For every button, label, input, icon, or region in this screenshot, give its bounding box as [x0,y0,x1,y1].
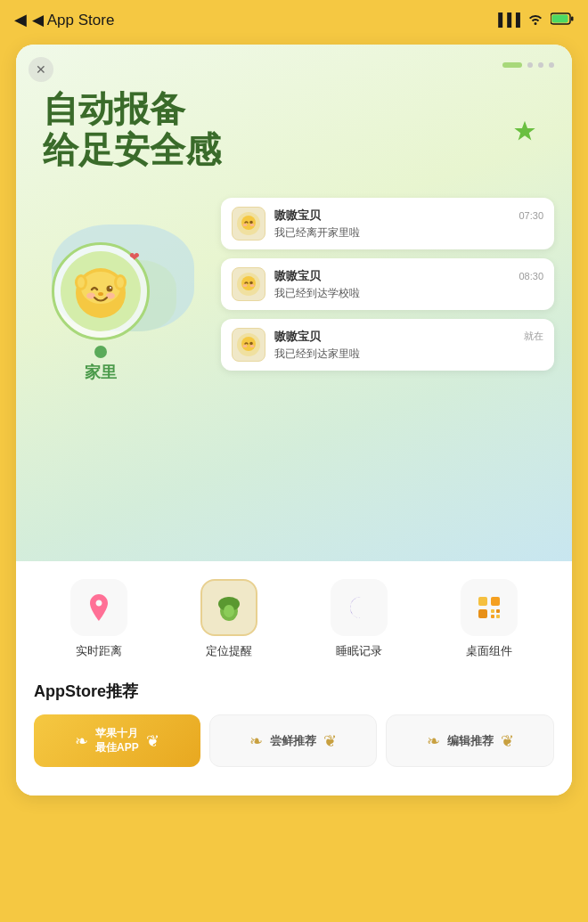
svg-point-5 [81,272,120,304]
svg-point-17 [249,221,253,224]
svg-point-32 [224,605,234,617]
pagination-dot-3 [538,62,543,68]
laurel-right-1: ❦ [323,731,337,751]
svg-rect-38 [491,615,494,618]
feature-icon-sleep [331,579,388,636]
appstore-badges: ❧ 苹果十月 最佳APP ❦ ❧ 尝鲜推荐 ❦ ❧ 编辑推荐 [34,714,554,767]
notif-content-2: 嗷嗷宝贝 08:30 我已经到达学校啦 [274,268,543,301]
svg-point-13 [78,277,85,288]
svg-point-7 [110,287,111,289]
hero-middle: ❤ 家里 嗷嗷宝贝 07:30 [34,189,554,420]
laurel-left-gold: ❧ [75,731,88,751]
svg-rect-2 [571,16,574,20]
notification-cards: 嗷嗷宝贝 07:30 我已经离开家里啦 嗷嗷宝贝 08:30 [221,198,554,371]
notif-time-3: 就在 [524,330,543,343]
sleep-icon [343,592,375,624]
svg-marker-3 [514,121,535,141]
notif-header-1: 嗷嗷宝贝 07:30 [274,208,543,224]
character-svg [65,256,136,327]
laurel-left-1: ❧ [249,731,263,751]
notif-name-1: 嗷嗷宝贝 [274,208,321,224]
notif-name-2: 嗷嗷宝贝 [274,268,321,284]
notif-msg-1: 我已经离开家里啦 [274,225,543,241]
feature-label-location-remind: 定位提醒 [206,643,252,659]
location-remind-icon [213,592,245,624]
close-button[interactable]: ✕ [29,57,53,82]
realtime-icon [83,592,115,624]
feature-icon-desktop [461,579,518,636]
star-decoration [513,119,536,143]
badge-best-app[interactable]: ❧ 苹果十月 最佳APP ❦ [34,714,200,767]
notif-time-1: 07:30 [519,210,543,221]
location-pin [94,346,107,358]
pagination-dot-1 [502,62,522,68]
svg-point-16 [241,216,256,230]
laurel-right-gold: ❦ [146,731,159,751]
badge-first-taste[interactable]: ❧ 尝鲜推荐 ❦ [209,714,378,767]
notif-msg-2: 我已经到达学校啦 [274,286,543,301]
card-hero: ✕ 自动报备 给足安全感 [16,45,572,561]
svg-point-21 [241,276,256,290]
laurel-left-2: ❧ [427,731,440,751]
back-arrow[interactable]: ◀ [14,10,27,29]
status-bar: ◀ ◀ App Store ▐▐▐ [0,0,588,39]
svg-point-8 [98,292,103,296]
svg-rect-35 [478,609,487,618]
feature-row: 实时距离 定位提醒 [34,579,554,659]
character-wrapper: ❤ 家里 [52,242,150,383]
main-card: ✕ 自动报备 给足安全感 [16,45,572,796]
feature-item-desktop[interactable]: 桌面组件 [461,579,518,659]
location-label: 家里 [85,362,117,383]
signal-icon: ▐▐▐ [494,12,520,27]
svg-point-18 [243,224,248,226]
notif-header-2: 嗷嗷宝贝 08:30 [274,268,543,284]
svg-rect-39 [496,615,500,618]
svg-rect-34 [491,597,500,606]
hero-title: 自动报备 给足安全感 [34,89,554,171]
hero-title-line2: 给足安全感 [43,128,554,171]
pagination-dot-4 [549,62,554,68]
notif-avatar-3 [232,328,265,362]
feature-icon-location-remind [200,579,257,636]
feature-item-location-remind[interactable]: 定位提醒 [200,579,257,659]
feature-item-realtime[interactable]: 实时距离 [70,579,127,659]
feature-item-sleep[interactable]: 睡眠记录 [331,579,388,659]
hero-title-line1: 自动报备 [43,89,554,128]
notif-time-2: 08:30 [519,271,543,281]
badge-first-taste-text: 尝鲜推荐 [270,733,316,749]
svg-point-6 [107,286,113,292]
notif-card-3: 嗷嗷宝贝 就在 我已经到达家里啦 [221,319,554,371]
badge-best-app-text2: 最佳APP [95,741,139,755]
character-outer-ring: ❤ [52,242,150,340]
notif-avatar-1 [232,207,265,241]
svg-point-29 [250,345,255,347]
status-right: ▐▐▐ [494,12,574,28]
status-left: ◀ ◀ App Store [14,10,114,29]
svg-point-23 [243,284,248,287]
heart-badge: ❤ [129,249,140,264]
svg-rect-1 [552,14,568,22]
notif-header-3: 嗷嗷宝贝 就在 [274,329,543,345]
svg-point-22 [249,281,253,285]
notif-avatar-2 [232,267,265,301]
badge-editor-pick[interactable]: ❧ 编辑推荐 ❦ [386,714,554,767]
svg-point-24 [250,284,255,287]
feature-label-desktop: 桌面组件 [466,643,512,659]
pagination-dot-2 [527,62,533,68]
svg-rect-33 [478,597,487,606]
svg-point-28 [243,345,248,347]
map-area: ❤ 家里 [34,189,212,420]
appstore-section: AppStore推荐 ❧ 苹果十月 最佳APP ❦ ❧ 尝鲜推荐 ❦ [34,681,554,776]
svg-point-26 [241,337,256,351]
notif-content-1: 嗷嗷宝贝 07:30 我已经离开家里啦 [274,208,543,241]
wifi-icon [527,12,543,28]
badge-best-app-text1: 苹果十月 [95,727,138,741]
svg-point-19 [250,224,255,226]
app-store-label[interactable]: ◀ App Store [32,11,114,29]
svg-point-27 [249,342,253,346]
feature-label-sleep: 睡眠记录 [336,643,382,659]
notif-card-1: 嗷嗷宝贝 07:30 我已经离开家里啦 [221,198,554,249]
pagination-dots [502,62,554,68]
feature-label-realtime: 实时距离 [76,643,122,659]
svg-rect-36 [491,609,494,613]
